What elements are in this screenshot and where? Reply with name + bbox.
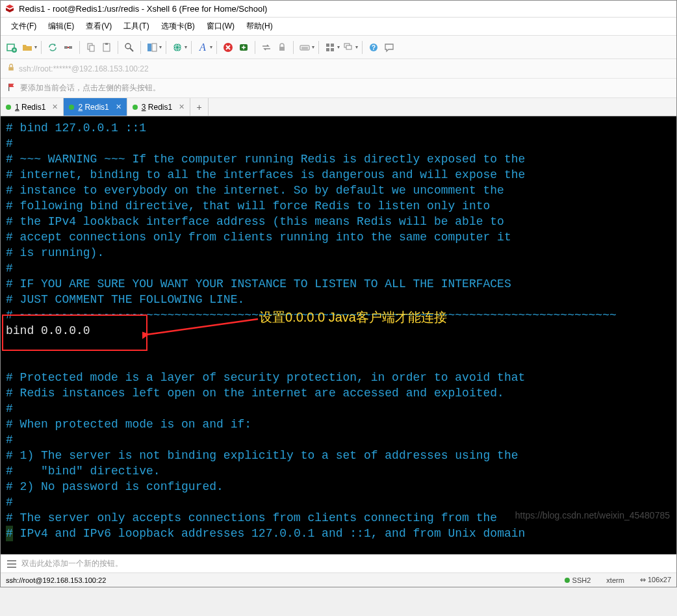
font-icon[interactable]: A: [196, 40, 210, 55]
svg-rect-2: [64, 46, 68, 49]
open-session-icon[interactable]: [20, 40, 34, 55]
keyboard-icon[interactable]: [298, 40, 312, 55]
terminal-line: # following bind directive, that will fo…: [6, 199, 490, 212]
lock-icon: [7, 64, 15, 73]
menu-help[interactable]: 帮助(H): [241, 19, 278, 34]
app-icon: [5, 4, 15, 14]
tab-number: 3: [142, 103, 146, 112]
menu-file[interactable]: 文件(F): [6, 19, 42, 34]
svg-point-13: [173, 44, 181, 51]
dropdown-caret-icon[interactable]: ▾: [34, 44, 37, 50]
close-icon[interactable]: ✕: [179, 103, 185, 111]
svg-rect-22: [326, 44, 329, 47]
hamburger-icon[interactable]: [7, 560, 16, 568]
separator: [255, 41, 255, 54]
terminal-line: #: [6, 496, 13, 509]
dropdown-caret-icon[interactable]: ▾: [355, 44, 358, 50]
globe-icon[interactable]: [170, 40, 185, 55]
watermark: https://blog.csdn.net/weixin_45480785: [515, 507, 670, 523]
app-window: Redis1 - root@Redis1:/usr/redis - Xshell…: [0, 0, 677, 587]
paste-icon[interactable]: [99, 40, 114, 55]
new-session-icon[interactable]: [5, 40, 19, 55]
separator: [216, 41, 217, 54]
terminal-line: # 2) No password is configured.: [6, 480, 224, 493]
status-connection: ssh://root@192.168.153.100:22: [6, 576, 106, 584]
terminal-line: # accept connections only from clients r…: [6, 231, 511, 244]
terminal-line: # When protected mode is on and if:: [6, 418, 251, 431]
menu-tabs[interactable]: 选项卡(B): [156, 19, 200, 34]
terminal-line: # "bind" directive.: [6, 465, 160, 478]
terminal-line: # The server only accepts connections fr…: [6, 511, 497, 524]
close-icon[interactable]: ✕: [116, 103, 121, 111]
copy-icon[interactable]: [84, 40, 98, 55]
tab-number: 2: [78, 103, 83, 112]
dropdown-caret-icon[interactable]: ▾: [337, 44, 340, 50]
separator: [362, 41, 363, 54]
help-icon[interactable]: ?: [366, 40, 381, 55]
tile-icon[interactable]: [323, 40, 337, 55]
terminal-line: # bind 127.0.0.1 ::1: [6, 122, 146, 135]
chat-icon[interactable]: [382, 40, 396, 55]
hint-bar: 要添加当前会话，点击左侧的箭头按钮。: [1, 79, 676, 98]
disconnect-icon[interactable]: [61, 40, 75, 55]
lock-icon[interactable]: [275, 40, 289, 55]
separator: [293, 41, 294, 54]
terminal-line: # Protected mode is a layer of security …: [6, 371, 525, 384]
menu-window[interactable]: 窗口(W): [201, 19, 240, 34]
separator: [118, 41, 118, 54]
terminal-line: #: [6, 262, 13, 275]
menu-tools[interactable]: 工具(T): [118, 19, 154, 34]
separator: [318, 41, 319, 54]
dropdown-caret-icon[interactable]: ▾: [159, 44, 162, 50]
status-dot-icon: [6, 105, 11, 110]
window-title: Redis1 - root@Redis1:/usr/redis - Xshell…: [19, 4, 267, 14]
xftp-icon[interactable]: [236, 40, 251, 55]
svg-rect-11: [147, 44, 151, 51]
flag-icon: [7, 83, 16, 94]
reconnect-icon[interactable]: [45, 40, 60, 55]
dropdown-caret-icon[interactable]: ▾: [185, 44, 187, 50]
search-icon[interactable]: [122, 40, 136, 55]
svg-rect-23: [331, 44, 334, 47]
tab-label: Redis1: [21, 103, 45, 112]
terminal-line: # 1) The server is not binding explicitl…: [6, 449, 518, 462]
svg-rect-30: [8, 67, 14, 70]
toolbar: ▾ ▾ ▾ A ▾ ▾ ▾ ▾ ?: [1, 36, 676, 59]
terminal[interactable]: # bind 127.0.0.1 ::1 # # ~~~ WARNING ~~~…: [1, 116, 676, 554]
separator: [41, 41, 42, 54]
tab-redis1-1[interactable]: 1 Redis1 ✕: [1, 98, 64, 116]
annotation-arrow-icon: [142, 310, 272, 349]
address-text: ssh://root:******@192.168.153.100:22: [19, 64, 149, 73]
svg-rect-18: [279, 47, 285, 51]
terminal-line: IPv4 and IPv6 loopback addresses 127.0.0…: [13, 527, 526, 540]
terminal-line: # the IPv4 lookback interface address (t…: [6, 215, 504, 228]
annotation-text: 设置0.0.0.0 Java客户端才能连接: [259, 309, 447, 325]
dropdown-caret-icon[interactable]: ▾: [312, 44, 314, 50]
hint-text: 要添加当前会话，点击左侧的箭头按钮。: [20, 83, 160, 94]
titlebar: Redis1 - root@Redis1:/usr/redis - Xshell…: [1, 1, 676, 18]
quick-button-bar[interactable]: 双击此处添加一个新的按钮。: [1, 554, 676, 572]
cascade-icon[interactable]: [341, 40, 355, 55]
status-dot-icon: [69, 105, 74, 110]
svg-rect-12: [152, 44, 157, 51]
annotation-box: [2, 314, 147, 351]
address-bar[interactable]: ssh://root:******@192.168.153.100:22: [1, 59, 676, 79]
tab-redis1-3[interactable]: 3 Redis1 ✕: [127, 98, 190, 116]
terminal-line: #: [6, 137, 13, 150]
separator: [79, 41, 80, 54]
transfer-icon[interactable]: [259, 40, 274, 55]
xagent-icon[interactable]: [221, 40, 235, 55]
terminal-line: # Redis instances left open on the inter…: [6, 387, 504, 400]
menu-edit[interactable]: 编辑(E): [43, 19, 79, 34]
svg-rect-6: [90, 45, 94, 51]
terminal-line: # instance to everybody on the internet.…: [6, 184, 504, 197]
menu-view[interactable]: 查看(V): [81, 19, 117, 34]
close-icon[interactable]: ✕: [52, 103, 58, 111]
dropdown-caret-icon[interactable]: ▾: [210, 44, 212, 50]
sessions-panel-icon[interactable]: [145, 40, 159, 55]
tab-strip: 1 Redis1 ✕ 2 Redis1 ✕ 3 Redis1 ✕ +: [1, 98, 676, 116]
terminal-line: #: [6, 402, 13, 415]
tab-redis1-2[interactable]: 2 Redis1 ✕: [64, 98, 127, 116]
svg-line-31: [146, 319, 258, 335]
new-tab-button[interactable]: +: [190, 98, 209, 116]
